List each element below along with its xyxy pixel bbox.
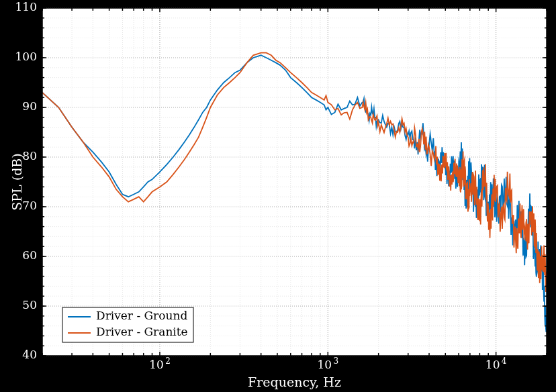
spl-frequency-chart [0,0,556,392]
